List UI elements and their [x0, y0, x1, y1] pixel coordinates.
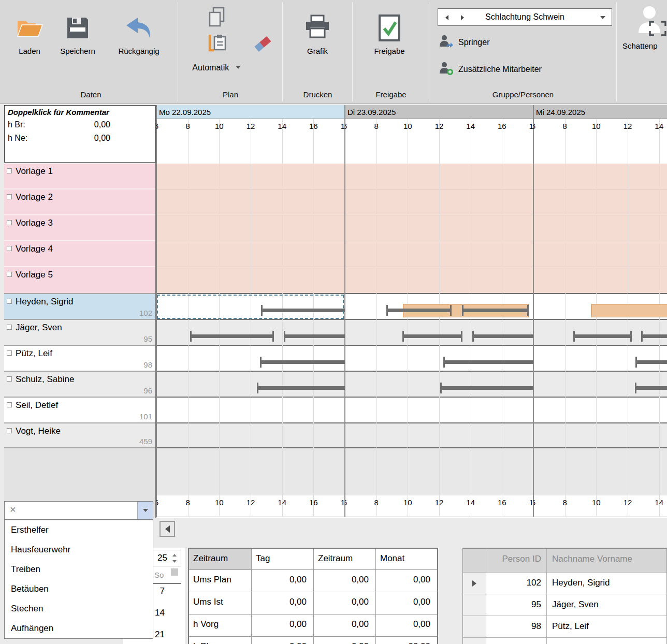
selector-header-cell: [463, 549, 486, 572]
gantt-row[interactable]: [156, 422, 667, 448]
dropdown-item[interactable]: Ersthelfer: [5, 520, 153, 540]
row-checkbox[interactable]: [7, 246, 12, 251]
row-id: 102: [139, 309, 152, 317]
gantt-bar[interactable]: [190, 334, 274, 338]
group-separator: [178, 2, 178, 101]
row-label[interactable]: Jäger, Sven95: [4, 319, 155, 345]
gantt-bar[interactable]: [260, 360, 345, 364]
gantt-bar[interactable]: [641, 334, 667, 338]
clear-icon[interactable]: ×: [10, 504, 16, 516]
group-label-gruppe-personen: Gruppe/Personen: [430, 90, 616, 99]
summary-value: 0,00: [252, 637, 314, 644]
dropdown-item[interactable]: Betäuben: [5, 579, 153, 599]
summary-value: 0,00: [314, 570, 376, 592]
table-row[interactable]: 95Jäger, Sven: [463, 594, 666, 616]
comment-info-box[interactable]: Doppelklick für Kommentar h Br: 0,00 h N…: [4, 105, 155, 163]
dropdown-item[interactable]: Stechen: [5, 599, 153, 619]
gantt-row[interactable]: [156, 164, 667, 189]
row-label[interactable]: Vorlage 3: [4, 215, 155, 241]
gantt-bar[interactable]: [386, 309, 452, 312]
row-checkbox[interactable]: [7, 220, 12, 225]
spinner-up-icon[interactable]: [172, 554, 177, 557]
laden-button[interactable]: Laden: [9, 11, 50, 55]
row-label[interactable]: Vorlage 1: [4, 164, 155, 189]
gantt-bar[interactable]: [635, 360, 667, 364]
gantt-row[interactable]: [156, 189, 667, 215]
gantt-bar[interactable]: [573, 334, 631, 338]
row-checkbox[interactable]: [7, 402, 12, 407]
spinner-down-icon[interactable]: [172, 560, 177, 563]
gantt-bar[interactable]: [257, 386, 345, 390]
timeline[interactable]: Mo 22.09.2025Di 23.09.2025Mi 24.09.2025 …: [156, 105, 667, 518]
row-label[interactable]: Vorlage 2: [4, 189, 155, 215]
grafik-button[interactable]: Grafik: [290, 11, 345, 55]
gantt-bar[interactable]: [462, 309, 529, 312]
rueckgaengig-button[interactable]: Rückgängig: [107, 11, 171, 55]
dropdown-item[interactable]: Aufhängen: [5, 619, 153, 638]
scroll-left-button[interactable]: [160, 521, 175, 537]
row-label[interactable]: Vorlage 4: [4, 241, 155, 267]
gantt-row[interactable]: [156, 267, 667, 293]
person-add-icon: [439, 61, 454, 78]
speichern-label: Speichern: [53, 47, 103, 55]
row-label[interactable]: Vogt, Heike459: [4, 422, 155, 448]
gantt-bar[interactable]: [443, 360, 533, 364]
row-selector-cell[interactable]: [463, 638, 486, 644]
day-boundary-line: [533, 105, 534, 517]
row-selector-cell[interactable]: [463, 594, 486, 616]
row-label[interactable]: Seil, Detlef101: [4, 397, 155, 422]
gantt-bar[interactable]: [402, 334, 463, 338]
row-label[interactable]: Pütz, Leif98: [4, 345, 155, 371]
gantt-highlight[interactable]: [591, 304, 667, 317]
row-selector-cell[interactable]: [463, 616, 486, 637]
row-label[interactable]: Schulz, Sabine96: [4, 371, 155, 397]
gantt-bar[interactable]: [440, 386, 533, 390]
springer-button[interactable]: Springer: [439, 34, 489, 51]
gantt-row[interactable]: [156, 319, 667, 345]
zusaetzliche-mitarbeiter-button[interactable]: Zusätzliche Mitarbeiter: [439, 61, 542, 78]
schattenplan-button[interactable]: Schattenp: [620, 6, 667, 50]
filter-dropdown-button[interactable]: [137, 502, 153, 519]
automatik-dropdown[interactable]: Automatik: [182, 63, 251, 72]
row-selector-cell[interactable]: [463, 573, 486, 594]
summary-row-label: h Plan: [189, 637, 252, 644]
gantt-row[interactable]: [156, 345, 667, 371]
row-checkbox[interactable]: [7, 272, 12, 277]
row-id: 96: [143, 386, 152, 395]
dropdown-item[interactable]: Hausfeuerwehr: [5, 540, 153, 560]
dropdown-item[interactable]: Treiben: [5, 560, 153, 579]
row-checkbox[interactable]: [7, 376, 12, 382]
row-checkbox[interactable]: [7, 350, 12, 356]
gantt-row[interactable]: [156, 215, 667, 241]
gantt-row[interactable]: [156, 293, 667, 319]
row-checkbox[interactable]: [7, 168, 12, 173]
person-table: Person IDNachname Vorname 102Heyden, Sig…: [462, 548, 667, 644]
freigabe-button[interactable]: Freigabe: [363, 11, 416, 55]
function-filter-combobox[interactable]: ×: [4, 501, 153, 520]
row-id: 95: [143, 334, 152, 343]
gantt-row[interactable]: [156, 397, 667, 422]
speichern-button[interactable]: Speichern: [53, 11, 103, 55]
row-checkbox[interactable]: [7, 428, 12, 433]
row-label[interactable]: Vorlage 5: [4, 267, 155, 293]
row-checkbox[interactable]: [7, 325, 12, 330]
combobox-dropdown-icon[interactable]: [600, 16, 605, 19]
zusaetzliche-mitarbeiter-label: Zusätzliche Mitarbeiter: [458, 65, 542, 74]
save-floppy-icon: [53, 11, 103, 45]
row-label[interactable]: Heyden, Sigrid102: [4, 293, 155, 319]
eraser-icon[interactable]: [254, 34, 273, 54]
gantt-bar[interactable]: [472, 334, 533, 338]
table-row[interactable]: 98Pütz, Leif: [463, 616, 666, 637]
summary-table: ZeitraumTagZeitraumMonat Ums Plan0,000,0…: [188, 548, 438, 644]
gantt-row[interactable]: [156, 241, 667, 267]
table-row[interactable]: 96Schulz, Sabine: [463, 637, 666, 644]
gantt-bar[interactable]: [635, 386, 667, 390]
gantt-row[interactable]: [156, 371, 667, 397]
row-checkbox[interactable]: [7, 194, 12, 199]
group-combobox[interactable]: Schlachtung Schwein: [438, 8, 612, 26]
person-jump-icon: [439, 34, 454, 51]
row-checkbox[interactable]: [7, 299, 12, 304]
table-row[interactable]: 102Heyden, Sigrid: [463, 572, 666, 594]
gantt-bar[interactable]: [284, 334, 345, 338]
h-ne-value: 0,00: [94, 134, 110, 143]
